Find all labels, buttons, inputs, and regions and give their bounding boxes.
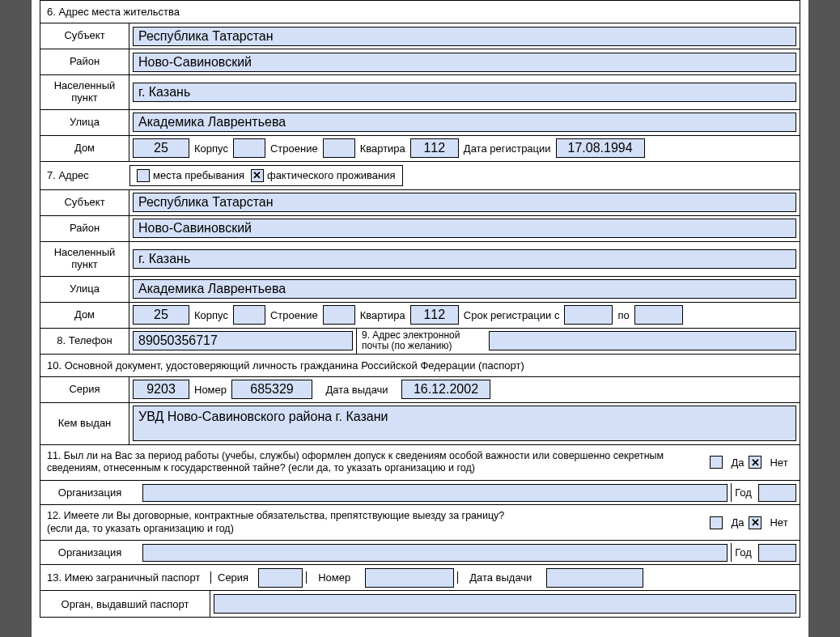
label-subject-6: Субъект xyxy=(40,23,129,49)
label-org-11: Организация xyxy=(40,483,139,502)
label-year-11: Год xyxy=(731,483,755,502)
label-city-7: Населенный пункт xyxy=(40,242,129,276)
field-phone[interactable]: 89050356717 xyxy=(133,331,353,350)
label-flat-6: Квартира xyxy=(355,142,410,155)
field-city-6[interactable]: г. Казань xyxy=(133,83,796,102)
checkbox-stay[interactable] xyxy=(137,169,150,182)
field-number-13[interactable] xyxy=(365,568,454,588)
form-container: 6. Адрес места жительства Субъект Респуб… xyxy=(40,0,800,618)
checkbox-12-yes[interactable] xyxy=(710,516,723,529)
label-flat-7: Квартира xyxy=(355,309,410,321)
checkbox-actual[interactable]: ✕ xyxy=(251,169,264,182)
label-korpus-7: Корпус xyxy=(189,309,233,321)
label-subject-7: Субъект xyxy=(40,190,129,215)
label-regto-7: по xyxy=(613,309,634,321)
label-series-10: Серия xyxy=(40,377,129,402)
field-series-10[interactable]: 9203 xyxy=(133,380,189,399)
label-district-6: Район xyxy=(40,49,129,74)
field-house-6[interactable]: 25 xyxy=(133,138,189,158)
label-11-no: Нет xyxy=(770,457,787,469)
label-issuedate-10: Дата выдачи xyxy=(312,384,401,396)
label-building-7: Строение xyxy=(265,309,323,321)
label-regdate-6: Дата регистрации xyxy=(459,142,556,155)
field-series-13[interactable] xyxy=(258,568,303,588)
field-org-11[interactable] xyxy=(142,484,728,502)
field-issuedate-13[interactable] xyxy=(546,568,643,588)
field-building-7[interactable] xyxy=(323,305,355,325)
field-district-6[interactable]: Ново-Савиновский xyxy=(133,53,796,72)
field-issuedby-10[interactable]: УВД Ново-Савиновского района г. Казани xyxy=(133,406,796,441)
label-number-10: Номер xyxy=(189,384,231,396)
field-number-10[interactable]: 685329 xyxy=(231,380,312,399)
field-regto-7[interactable] xyxy=(634,305,683,325)
section-10-title: 10. Основной документ, удостоверяющий ли… xyxy=(40,355,800,377)
section-12-yesno: Да ✕ Нет xyxy=(698,505,800,540)
label-stay: места пребывания xyxy=(153,169,244,181)
label-year-12: Год xyxy=(731,543,755,562)
field-org-12[interactable] xyxy=(142,544,728,562)
field-email[interactable] xyxy=(489,331,796,350)
label-series-13: Серия xyxy=(210,571,255,584)
section-11-yesno: Да ✕ Нет xyxy=(698,445,800,480)
checkbox-11-yes[interactable] xyxy=(710,456,723,469)
section-7-title: 7. Адрес xyxy=(40,162,129,189)
label-email: 9. Адрес электронной почты (по желанию) xyxy=(356,329,486,354)
field-issuedby-13[interactable] xyxy=(214,594,796,614)
field-regfrom-7[interactable] xyxy=(564,305,613,325)
field-city-7[interactable]: г. Казань xyxy=(133,249,796,269)
label-street-6: Улица xyxy=(40,110,129,135)
form-page: 6. Адрес места жительства Субъект Респуб… xyxy=(32,0,808,637)
label-number-13: Номер xyxy=(306,571,362,584)
field-street-6[interactable]: Академика Лаврентьева xyxy=(133,113,796,132)
field-year-12[interactable] xyxy=(758,544,796,562)
field-issuedate-10[interactable]: 16.12.2002 xyxy=(401,380,490,399)
label-org-12: Организация xyxy=(40,543,139,562)
label-regperiod-7: Срок регистрации с xyxy=(459,309,565,321)
field-subject-6[interactable]: Республика Татарстан xyxy=(133,27,796,46)
field-flat-7[interactable]: 112 xyxy=(410,305,459,325)
label-phone: 8. Телефон xyxy=(40,329,129,354)
label-city-6: Населенный пункт xyxy=(40,75,129,109)
field-house-7[interactable]: 25 xyxy=(133,305,189,325)
field-district-7[interactable]: Ново-Савиновский xyxy=(133,219,796,238)
field-korpus-6[interactable] xyxy=(233,138,265,158)
label-street-7: Улица xyxy=(40,277,129,302)
field-regdate-6[interactable]: 17.08.1994 xyxy=(556,138,645,158)
field-building-6[interactable] xyxy=(323,138,355,158)
label-issuedby-10: Кем выдан xyxy=(40,403,129,444)
field-subject-7[interactable]: Республика Татарстан xyxy=(133,193,796,212)
section-7-options: места пребывания ✕ фактического проживан… xyxy=(129,165,403,186)
label-district-7: Район xyxy=(40,216,129,241)
section-11-question: 11. Был ли на Вас за период работы (учеб… xyxy=(40,445,698,480)
label-issuedate-13: Дата выдачи xyxy=(457,571,543,584)
checkbox-12-no[interactable]: ✕ xyxy=(749,516,762,529)
label-11-yes: Да xyxy=(731,457,744,469)
section-13-title: 13. Имею заграничный паспорт xyxy=(40,567,210,588)
section-6-title: 6. Адрес места жительства xyxy=(40,1,800,23)
checkbox-11-no[interactable]: ✕ xyxy=(749,456,762,469)
label-issuedby-13: Орган, выдавший паспорт xyxy=(40,591,210,617)
label-house-6: Дом xyxy=(40,136,129,161)
label-house-7: Дом xyxy=(40,303,129,328)
label-12-no: Нет xyxy=(770,516,787,529)
label-12-yes: Да xyxy=(731,516,744,529)
label-actual: фактического проживания xyxy=(267,169,396,181)
label-building-6: Строение xyxy=(265,142,323,155)
label-korpus-6: Корпус xyxy=(189,142,233,155)
field-year-11[interactable] xyxy=(758,484,796,502)
section-12-question: 12. Имеете ли Вы договорные, контрактные… xyxy=(40,505,698,540)
field-korpus-7[interactable] xyxy=(233,305,265,325)
field-flat-6[interactable]: 112 xyxy=(410,138,459,158)
field-street-7[interactable]: Академика Лаврентьева xyxy=(133,279,796,299)
